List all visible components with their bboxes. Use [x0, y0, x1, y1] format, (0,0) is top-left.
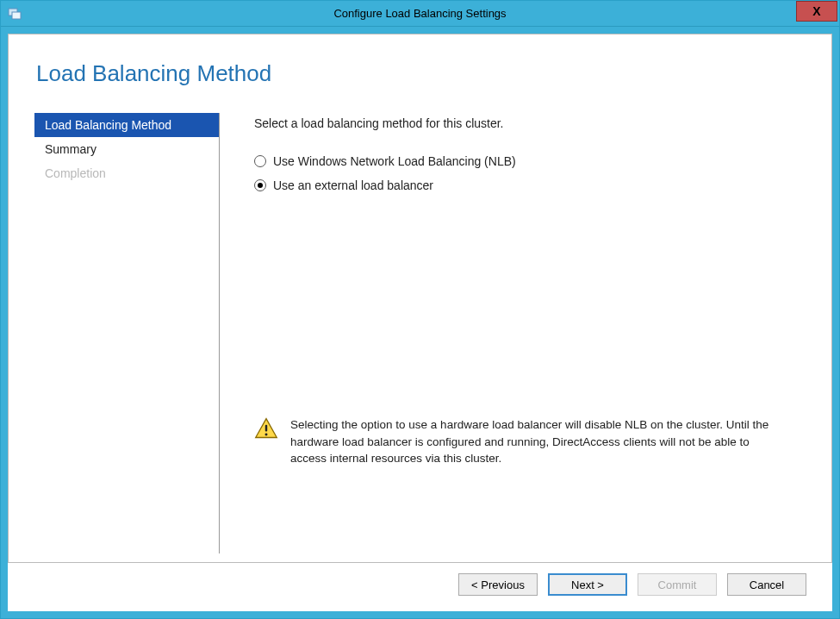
- sidebar-item-label: Completion: [45, 166, 106, 180]
- instruction-text: Select a load balancing method for this …: [254, 116, 797, 130]
- warning-text: Selecting the option to use a hardware l…: [290, 416, 788, 467]
- client-area: Load Balancing Method Load Balancing Met…: [1, 27, 839, 618]
- radio-label: Use an external load balancer: [273, 178, 433, 192]
- sidebar-item-label: Summary: [45, 142, 96, 156]
- previous-button[interactable]: < Previous: [458, 573, 538, 596]
- radio-option-nlb[interactable]: Use Windows Network Load Balancing (NLB): [254, 154, 797, 168]
- app-icon: [8, 7, 22, 21]
- wizard-window: Configure Load Balancing Settings X Load…: [0, 0, 840, 619]
- svg-rect-1: [12, 12, 21, 19]
- radio-label: Use Windows Network Load Balancing (NLB): [273, 154, 516, 168]
- svg-rect-3: [265, 425, 267, 432]
- body-row: Load Balancing Method Summary Completion…: [34, 113, 806, 553]
- titlebar: Configure Load Balancing Settings X: [1, 1, 839, 27]
- cancel-button[interactable]: Cancel: [727, 573, 806, 596]
- radio-icon: [254, 155, 266, 167]
- content-area: Load Balancing Method Load Balancing Met…: [8, 34, 832, 563]
- button-bar: < Previous Next > Commit Cancel: [8, 563, 832, 611]
- close-button[interactable]: X: [796, 1, 837, 22]
- radio-icon: [254, 179, 266, 191]
- window-title: Configure Load Balancing Settings: [333, 7, 506, 20]
- page-heading: Load Balancing Method: [36, 60, 806, 87]
- sidebar-item-completion: Completion: [34, 161, 219, 185]
- close-icon: X: [812, 4, 820, 18]
- radio-checked-icon: [258, 183, 263, 188]
- commit-button: Commit: [638, 573, 717, 596]
- svg-point-4: [265, 434, 268, 436]
- radio-option-external[interactable]: Use an external load balancer: [254, 178, 797, 192]
- next-button[interactable]: Next >: [548, 573, 627, 596]
- wizard-steps-sidebar: Load Balancing Method Summary Completion: [34, 113, 220, 553]
- sidebar-item-load-balancing-method[interactable]: Load Balancing Method: [34, 113, 219, 137]
- warning-box: Selecting the option to use a hardware l…: [254, 416, 797, 467]
- sidebar-item-label: Load Balancing Method: [45, 118, 171, 132]
- main-panel: Select a load balancing method for this …: [220, 113, 806, 553]
- sidebar-item-summary[interactable]: Summary: [34, 137, 219, 161]
- warning-icon: [254, 416, 278, 467]
